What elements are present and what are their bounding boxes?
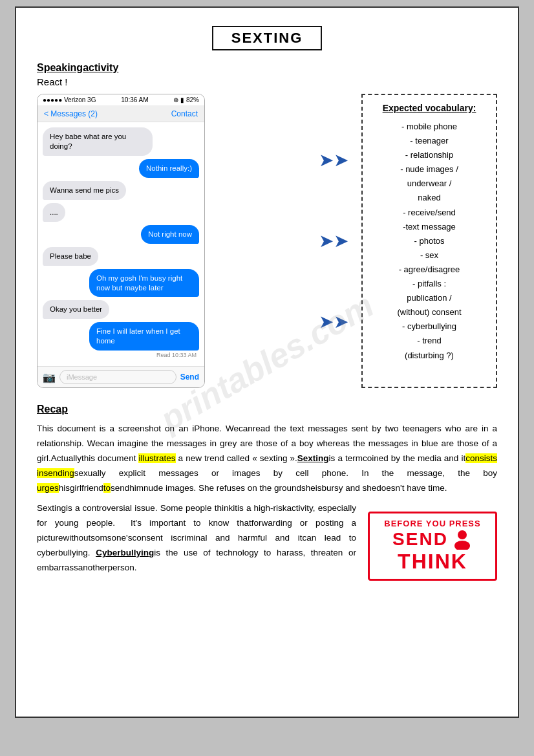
vocab-item: (disturbing ?) xyxy=(372,349,487,363)
phone-area: ●●●●● Verizon 3G 10:36 AM ⊕ ▮ 82% < Mess… xyxy=(37,94,306,388)
msg-7: Oh my gosh I'm busy right now but maybe … xyxy=(43,269,199,297)
contact-button[interactable]: Contact xyxy=(171,109,198,118)
time: 10:36 AM xyxy=(121,96,148,103)
svg-point-1 xyxy=(454,541,470,550)
recap-title: Recap xyxy=(37,404,497,415)
imessage-input[interactable]: iMessage xyxy=(59,370,176,384)
vocab-item: - mobile phone xyxy=(372,120,487,134)
iphone-mockup: ●●●●● Verizon 3G 10:36 AM ⊕ ▮ 82% < Mess… xyxy=(37,94,205,388)
highlight-to: to xyxy=(103,483,111,493)
speaking-section: Speakingactivity React ! xyxy=(37,62,497,87)
bubble-grey: Okay you better xyxy=(43,300,109,319)
vocab-item: (without) consent xyxy=(372,305,487,319)
vocab-item: - sex xyxy=(372,248,487,263)
recap-section: Recap This document is a screenshot on a… xyxy=(37,404,497,580)
msg-3: Wanna send me pics xyxy=(43,181,199,200)
vocab-list: - mobile phone - teenager - relationship… xyxy=(372,120,487,363)
bubble-blue: Not right now xyxy=(141,225,199,244)
vocab-item: naked xyxy=(372,191,487,205)
send-label: SEND xyxy=(376,529,489,550)
arrows-col: ➤➤ ➤➤ ➤➤ xyxy=(317,94,350,388)
msg-1: Hey babe what are you doing? xyxy=(43,127,199,156)
before-you-press-label: BEFORE YOU PRESS xyxy=(376,519,489,529)
vocab-item: - receive/send xyxy=(372,206,487,220)
msg-5: Not right now xyxy=(43,225,199,244)
vocab-item: - pitfalls : xyxy=(372,277,487,291)
vocab-title: Expected vocabulary: xyxy=(372,103,487,113)
send-button[interactable]: Send xyxy=(180,373,199,382)
recap-paragraph-1: This document is a screenshot on an iPho… xyxy=(37,422,497,496)
bubble-grey: Please babe xyxy=(43,247,98,266)
msg-6: Please babe xyxy=(43,247,199,266)
send-think-box: BEFORE YOU PRESS SEND THINK xyxy=(368,512,497,581)
msg-2: Nothin really:) xyxy=(43,159,199,178)
read-receipt: Read 10:33 AM xyxy=(43,352,199,358)
bubble-blue: Fine I will later when I get home xyxy=(89,322,199,351)
iphone-messages: Hey babe what are you doing? Nothin real… xyxy=(37,122,204,366)
bubble-grey: .... xyxy=(43,203,65,222)
vocab-item: - teenager xyxy=(372,134,487,148)
msg-8: Okay you better xyxy=(43,300,199,319)
bottom-section: Sextingis a controversial issue. Some pe… xyxy=(37,501,497,581)
iphone-input-bar: 📷 iMessage Send xyxy=(37,366,204,387)
highlight-consists: consists insending xyxy=(37,453,497,478)
vocab-item: - trend xyxy=(372,334,487,348)
iphone-status-bar: ●●●●● Verizon 3G 10:36 AM ⊕ ▮ 82% xyxy=(37,94,204,106)
recap-paragraph-2: Sextingis a controversial issue. Some pe… xyxy=(37,501,356,576)
vocab-item: - cyberbullying xyxy=(372,319,487,334)
bubble-blue: Nothin really:) xyxy=(139,159,199,178)
arrow-1: ➤➤ xyxy=(319,149,348,171)
react-label: React ! xyxy=(37,76,497,87)
sexting-term: Sexting xyxy=(297,453,329,463)
vocab-item: - agree/disagree xyxy=(372,263,487,277)
vocab-item: -text message xyxy=(372,220,487,234)
person-icon xyxy=(452,529,473,550)
vocab-item: - photos xyxy=(372,234,487,248)
think-label: THINK xyxy=(376,550,489,574)
speaking-title: Speakingactivity xyxy=(37,62,497,74)
highlight-urges: urges xyxy=(37,483,59,493)
battery: ⊕ ▮ 82% xyxy=(173,96,199,103)
svg-point-0 xyxy=(458,530,467,539)
vocab-item: - relationship xyxy=(372,148,487,162)
bubble-grey: Hey babe what are you doing? xyxy=(43,127,153,156)
vocab-box: Expected vocabulary: - mobile phone - te… xyxy=(361,94,497,388)
iphone-nav: < Messages (2) Contact xyxy=(37,106,204,122)
page-title: SEXTING xyxy=(231,30,303,46)
page: printables.com SEXTING Speakingactivity … xyxy=(15,6,519,718)
cyberbullying-term: Cyberbullying xyxy=(96,548,154,557)
msg-9: Fine I will later when I get home xyxy=(43,322,199,351)
bubble-blue: Oh my gosh I'm busy right now but maybe … xyxy=(89,269,199,297)
messages-back[interactable]: < Messages (2) xyxy=(44,109,98,118)
vocab-item: - nude images / xyxy=(372,162,487,177)
top-section: ●●●●● Verizon 3G 10:36 AM ⊕ ▮ 82% < Mess… xyxy=(37,94,497,388)
highlight-illustrates: illustrates xyxy=(138,453,175,463)
vocab-item: underwear / xyxy=(372,177,487,191)
vocab-item: publication / xyxy=(372,291,487,305)
arrow-2: ➤➤ xyxy=(319,230,348,252)
page-title-box: SEXTING xyxy=(212,26,323,50)
arrow-3: ➤➤ xyxy=(319,311,348,332)
bubble-grey: Wanna send me pics xyxy=(43,181,126,200)
msg-4: .... xyxy=(43,203,199,222)
recap-text-col: Sextingis a controversial issue. Some pe… xyxy=(37,501,356,581)
carrier: ●●●●● Verizon 3G xyxy=(43,96,96,103)
camera-icon: 📷 xyxy=(43,371,56,383)
